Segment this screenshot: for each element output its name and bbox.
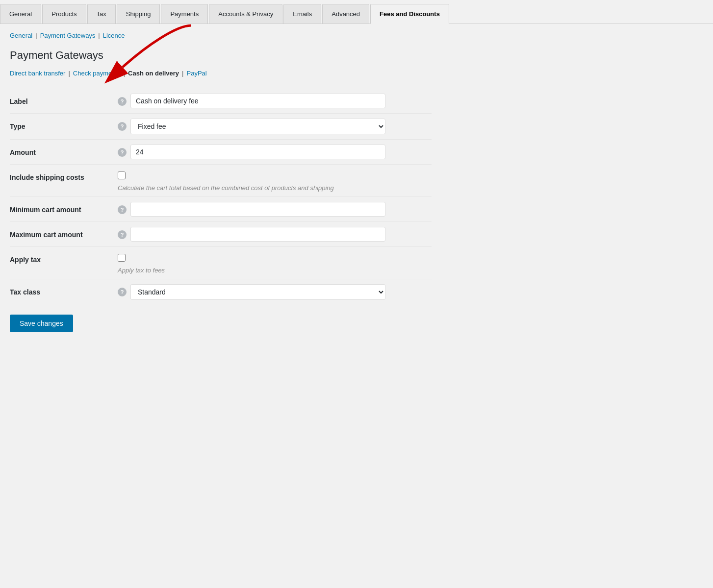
breadcrumb-sep-1: | (35, 32, 37, 39)
tax-class-help-icon[interactable]: ? (118, 288, 127, 296)
max-cart-help-icon[interactable]: ? (118, 230, 127, 239)
form-row-apply-tax: Apply tax Apply tax to fees (10, 246, 432, 279)
min-cart-input[interactable] (130, 202, 385, 217)
amount-field-label: Amount (10, 145, 118, 156)
type-field-col: ? Fixed fee Percentage fee (118, 119, 432, 134)
apply-tax-col: Apply tax to fees (118, 252, 432, 274)
tab-accounts-privacy[interactable]: Accounts & Privacy (209, 4, 282, 24)
tab-shipping[interactable]: Shipping (117, 4, 160, 24)
include-shipping-col: Calculate the cart total based on the co… (118, 170, 432, 192)
max-cart-label: Maximum cart amount (10, 227, 118, 239)
amount-field-col: ? (118, 145, 432, 159)
apply-tax-wrap: Apply tax to fees (118, 252, 165, 274)
page-title: Payment Gateways (10, 49, 432, 62)
min-cart-help-icon[interactable]: ? (118, 205, 127, 214)
label-field-label: Label (10, 94, 118, 105)
tab-products[interactable]: Products (42, 4, 86, 24)
include-shipping-checkbox[interactable] (118, 172, 126, 179)
form-row-max-cart: Maximum cart amount ? (10, 221, 432, 246)
apply-tax-checkbox[interactable] (118, 254, 126, 262)
form-row-tax-class: Tax class ? Standard Reduced rate Zero r… (10, 279, 432, 305)
label-input[interactable] (130, 94, 385, 108)
tax-class-select[interactable]: Standard Reduced rate Zero rate (130, 284, 385, 300)
label-help-icon[interactable]: ? (118, 97, 127, 106)
tax-class-label: Tax class (10, 284, 118, 296)
breadcrumb-sep-2: | (98, 32, 100, 39)
breadcrumb: General | Payment Gateways | Licence (10, 32, 432, 39)
save-button[interactable]: Save changes (10, 315, 73, 332)
content-area: General | Payment Gateways | Licence Pay… (0, 24, 441, 347)
form-row-include-shipping: Include shipping costs Calculate the car… (10, 164, 432, 196)
tab-tax[interactable]: Tax (87, 4, 116, 24)
gateway-links: Direct bank transfer | Check payments | … (10, 70, 432, 77)
tab-emails[interactable]: Emails (283, 4, 321, 24)
include-shipping-wrap: Calculate the cart total based on the co… (118, 170, 334, 192)
tab-general[interactable]: General (0, 4, 41, 24)
breadcrumb-general[interactable]: General (10, 32, 32, 39)
amount-input[interactable] (130, 145, 385, 159)
amount-help-icon[interactable]: ? (118, 148, 127, 157)
include-shipping-desc: Calculate the cart total based on the co… (118, 184, 334, 192)
breadcrumb-payment-gateways[interactable]: Payment Gateways (40, 32, 96, 39)
apply-tax-desc: Apply tax to fees (118, 267, 165, 274)
tab-bar: GeneralProductsTaxShippingPaymentsAccoun… (0, 0, 713, 24)
gateway-link-cash-on-delivery: Cash on delivery (128, 70, 179, 77)
type-help-icon[interactable]: ? (118, 122, 127, 131)
form-row-type: Type ? Fixed fee Percentage fee (10, 113, 432, 139)
gateway-link-check-payments[interactable]: Check payments (73, 70, 121, 77)
gateway-link-paypal[interactable]: PayPal (186, 70, 206, 77)
form-row-amount: Amount ? (10, 139, 432, 164)
label-field-col: ? (118, 94, 432, 108)
max-cart-input[interactable] (130, 227, 385, 242)
type-select[interactable]: Fixed fee Percentage fee (130, 119, 385, 134)
tab-advanced[interactable]: Advanced (322, 4, 369, 24)
apply-tax-label: Apply tax (10, 252, 118, 264)
max-cart-col: ? (118, 227, 432, 242)
tab-payments[interactable]: Payments (161, 4, 208, 24)
include-shipping-label: Include shipping costs (10, 170, 118, 181)
breadcrumb-licence[interactable]: Licence (103, 32, 125, 39)
form-row-label: Label ? (10, 89, 432, 113)
gateway-link-direct-bank[interactable]: Direct bank transfer (10, 70, 65, 77)
gateway-section: Direct bank transfer | Check payments | … (10, 70, 432, 77)
min-cart-label: Minimum cart amount (10, 202, 118, 214)
min-cart-col: ? (118, 202, 432, 217)
tax-class-col: ? Standard Reduced rate Zero rate (118, 284, 432, 300)
tab-fees-discounts[interactable]: Fees and Discounts (370, 4, 449, 24)
settings-form: Label ? Type ? Fixed fee Percentage fee … (10, 89, 432, 305)
form-row-min-cart: Minimum cart amount ? (10, 196, 432, 221)
type-field-label: Type (10, 119, 118, 130)
